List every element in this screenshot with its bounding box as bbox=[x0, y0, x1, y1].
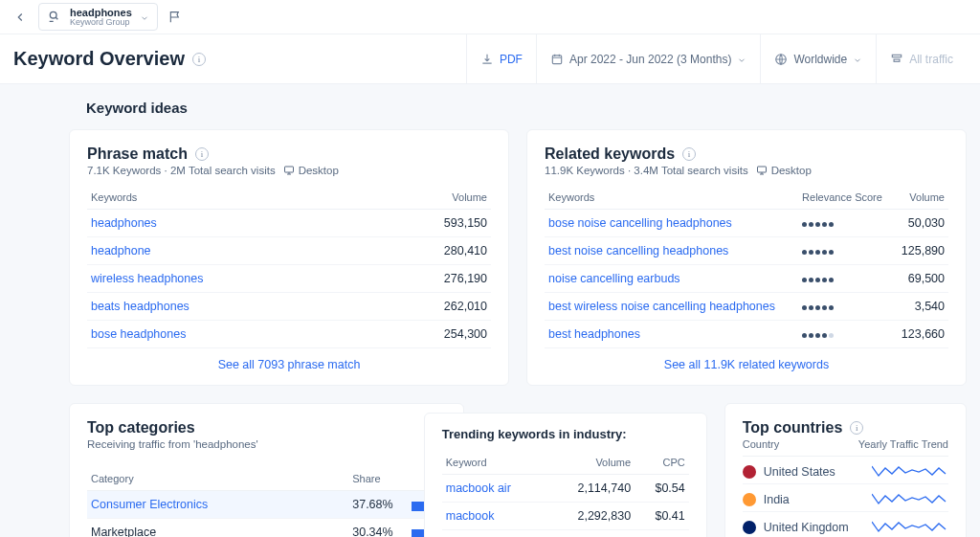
keyword-link[interactable]: best noise cancelling headphones bbox=[545, 237, 798, 265]
table-row: beats headphones262,010 bbox=[87, 293, 491, 321]
info-icon[interactable]: i bbox=[195, 147, 209, 161]
relevance-dots bbox=[802, 333, 834, 338]
keyword-link[interactable]: iphone 12 bbox=[442, 530, 547, 538]
volume-value: 3,540 bbox=[893, 293, 948, 321]
volume-value: 262,010 bbox=[370, 293, 491, 321]
share-value: 30.34% bbox=[348, 519, 407, 538]
section-title-keyword-ideas: Keyword ideas bbox=[86, 100, 967, 116]
share-value: 37.68% bbox=[348, 491, 407, 519]
country-row[interactable]: United Kingdom bbox=[743, 512, 948, 537]
flag-icon bbox=[743, 493, 756, 506]
volume-value: 2,114,740 bbox=[546, 475, 635, 503]
table-row: wireless headphones276,190 bbox=[87, 265, 491, 293]
volume-value: 125,890 bbox=[893, 237, 948, 265]
svg-rect-6 bbox=[757, 167, 766, 172]
top-countries-title: Top countries bbox=[743, 419, 843, 436]
download-icon bbox=[480, 53, 494, 66]
phrase-match-card: Phrase match i 7.1K Keywords · 2M Total … bbox=[69, 129, 509, 386]
relevance-dots bbox=[802, 305, 834, 310]
keyword-link[interactable]: best wireless noise cancelling headphone… bbox=[545, 293, 798, 321]
keyword-link[interactable]: noise cancelling earbuds bbox=[545, 265, 798, 293]
col-keywords: Keywords bbox=[545, 186, 798, 210]
col-share: Share bbox=[348, 467, 407, 491]
table-row: best headphones123,660 bbox=[545, 321, 948, 348]
table-row: macbook2,292,830$0.41 bbox=[442, 503, 689, 530]
volume-value: 7,726,140 bbox=[546, 530, 635, 538]
keyword-link[interactable]: headphone bbox=[87, 237, 370, 265]
volume-value: 2,292,830 bbox=[546, 503, 635, 530]
chevron-down-icon bbox=[737, 55, 746, 64]
page-title: Keyword Overview i bbox=[13, 48, 206, 70]
related-keywords-table: Keywords Relevance Score Volume bose noi… bbox=[545, 186, 948, 348]
table-row: macbook air2,114,740$0.54 bbox=[442, 475, 689, 503]
top-categories-table: Category Share Consumer Electronics37.68… bbox=[87, 467, 446, 537]
device-label: Desktop bbox=[299, 165, 339, 176]
sparkline bbox=[872, 492, 948, 507]
keyword-link[interactable]: wireless headphones bbox=[87, 265, 370, 293]
svg-rect-4 bbox=[894, 59, 900, 61]
table-row: best wireless noise cancelling headphone… bbox=[545, 293, 948, 321]
date-range-selector[interactable]: Apr 2022 - Jun 2022 (3 Months) bbox=[536, 34, 760, 83]
category-row[interactable]: Consumer Electronics37.68% bbox=[87, 491, 446, 519]
keyword-link[interactable]: best headphones bbox=[545, 321, 798, 348]
keyword-link[interactable]: macbook air bbox=[442, 475, 547, 503]
see-all-related[interactable]: See all 11.9K related keywords bbox=[545, 348, 948, 371]
back-button[interactable] bbox=[11, 9, 29, 26]
keyword-link[interactable]: headphones bbox=[87, 210, 370, 237]
phrase-match-table: Keywords Volume headphones593,150headpho… bbox=[87, 186, 491, 348]
desktop-icon bbox=[283, 165, 295, 176]
bookmark-icon[interactable] bbox=[167, 10, 183, 25]
col-relevance: Relevance Score bbox=[798, 186, 893, 210]
flag-icon bbox=[743, 521, 756, 534]
col-keywords: Keywords bbox=[87, 186, 370, 210]
keyword-group-selector[interactable]: headphones Keyword Group bbox=[38, 3, 158, 32]
info-icon[interactable]: i bbox=[192, 53, 206, 66]
col-category: Category bbox=[87, 467, 348, 491]
country-name: United Kingdom bbox=[764, 521, 849, 534]
region-selector[interactable]: Worldwide bbox=[760, 34, 876, 83]
globe-icon bbox=[774, 53, 788, 66]
keyword-link[interactable]: bose headphones bbox=[87, 321, 370, 348]
volume-value: 593,150 bbox=[370, 210, 491, 237]
phrase-match-subtitle: 7.1K Keywords · 2M Total search visits bbox=[87, 165, 276, 176]
trending-keywords-table: Keyword Volume CPC macbook air2,114,740$… bbox=[442, 451, 689, 537]
keyword-link[interactable]: beats headphones bbox=[87, 293, 370, 321]
svg-point-0 bbox=[50, 12, 56, 19]
keyword-group-sub: Keyword Group bbox=[70, 18, 132, 28]
keyword-link[interactable]: bose noise cancelling headphones bbox=[545, 210, 798, 237]
cpc-value: $0.41 bbox=[635, 503, 689, 530]
export-pdf-button[interactable]: PDF bbox=[466, 34, 536, 83]
country-name: India bbox=[764, 493, 790, 506]
keyword-group-name: headphones bbox=[70, 7, 132, 18]
table-row: headphones593,150 bbox=[87, 210, 491, 237]
category-name: Marketplace bbox=[87, 519, 348, 538]
related-keywords-card: Related keywords i 11.9K Keywords · 3.4M… bbox=[526, 129, 967, 386]
top-countries-card: Top countries i Country Yearly Traffic T… bbox=[724, 403, 967, 537]
category-name: Consumer Electronics bbox=[87, 491, 348, 519]
device-label: Desktop bbox=[771, 165, 812, 176]
relevance-dots bbox=[802, 250, 834, 255]
col-trend: Yearly Traffic Trend bbox=[858, 438, 948, 450]
see-all-phrase-match[interactable]: See all 7093 phrase match bbox=[87, 348, 491, 371]
top-categories-subtitle: Receiving traffic from 'headphones' bbox=[87, 438, 446, 450]
table-row: iphone 127,726,140$0.49 bbox=[442, 530, 689, 538]
category-row[interactable]: Marketplace30.34% bbox=[87, 519, 446, 538]
volume-value: 123,660 bbox=[893, 321, 948, 348]
table-row: best noise cancelling headphones125,890 bbox=[545, 237, 948, 265]
keyword-link[interactable]: macbook bbox=[442, 503, 547, 530]
related-title: Related keywords bbox=[545, 145, 675, 163]
chevron-down-icon bbox=[853, 55, 862, 64]
related-subtitle: 11.9K Keywords · 3.4M Total search visit… bbox=[545, 165, 748, 176]
info-icon[interactable]: i bbox=[682, 147, 696, 161]
chevron-down-icon bbox=[140, 11, 149, 21]
volume-value: 280,410 bbox=[370, 237, 491, 265]
traffic-filter-selector[interactable]: All traffic bbox=[876, 34, 967, 83]
relevance-dots bbox=[802, 222, 834, 227]
cpc-value: $0.49 bbox=[635, 530, 689, 538]
trending-keywords-panel: Trending keywords in industry: Keyword V… bbox=[424, 413, 707, 537]
svg-rect-5 bbox=[284, 167, 293, 172]
info-icon[interactable]: i bbox=[850, 421, 863, 435]
country-row[interactable]: India bbox=[743, 484, 948, 512]
volume-value: 50,030 bbox=[893, 210, 948, 237]
country-row[interactable]: United States bbox=[743, 457, 948, 484]
